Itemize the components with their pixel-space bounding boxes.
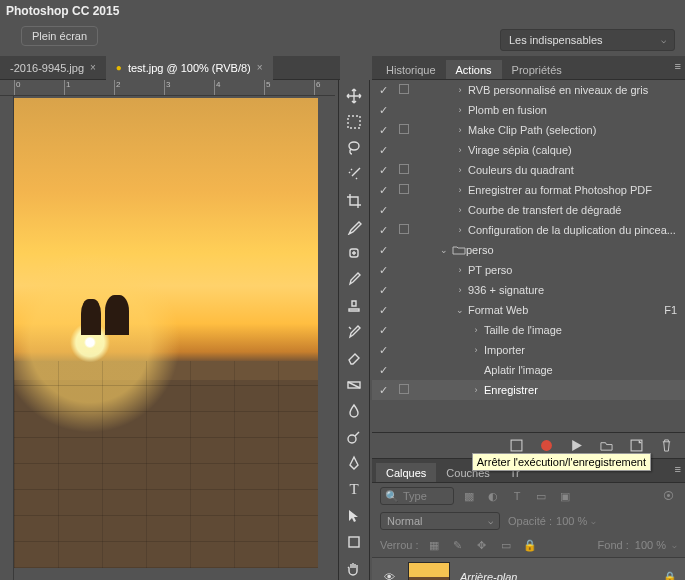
action-checkmark[interactable]: ✓ (372, 324, 394, 337)
ruler-vertical[interactable] (0, 96, 14, 580)
healing-tool-icon[interactable] (342, 242, 366, 265)
action-row[interactable]: ✓›Plomb en fusion (372, 100, 685, 120)
tab-actions[interactable]: Actions (446, 60, 502, 79)
action-row[interactable]: ✓Aplatir l'image (372, 360, 685, 380)
expand-toggle-icon[interactable]: ⌄ (452, 305, 468, 315)
expand-toggle-icon[interactable]: ⌄ (436, 245, 452, 255)
lasso-tool-icon[interactable] (342, 137, 366, 160)
expand-toggle-icon[interactable]: › (468, 325, 484, 335)
action-row[interactable]: ✓›Configuration de la duplication du pin… (372, 220, 685, 240)
layer-thumbnail[interactable] (408, 562, 450, 580)
close-icon[interactable]: × (90, 62, 96, 73)
filter-toggle[interactable]: ⦿ (659, 487, 677, 505)
lock-transparency-icon[interactable]: ▦ (425, 536, 443, 554)
action-checkmark[interactable]: ✓ (372, 384, 394, 397)
action-row[interactable]: ✓⌄Format WebF1 (372, 300, 685, 320)
gradient-tool-icon[interactable] (342, 373, 366, 396)
expand-toggle-icon[interactable]: › (452, 285, 468, 295)
action-row[interactable]: ✓⌄ perso (372, 240, 685, 260)
action-dialog-toggle[interactable] (394, 384, 414, 396)
filter-pixel-icon[interactable]: ▩ (460, 487, 478, 505)
visibility-toggle-icon[interactable]: 👁 (380, 571, 398, 580)
lock-position-icon[interactable]: ✥ (473, 536, 491, 554)
action-checkmark[interactable]: ✓ (372, 84, 394, 97)
fill-value[interactable]: 100 % (635, 539, 666, 551)
hand-tool-icon[interactable] (342, 557, 366, 580)
expand-toggle-icon[interactable]: › (452, 225, 468, 235)
action-row[interactable]: ✓›Virage sépia (calque) (372, 140, 685, 160)
action-row[interactable]: ✓›Importer (372, 340, 685, 360)
opacity-value[interactable]: 100 % (556, 515, 587, 527)
expand-toggle-icon[interactable]: › (452, 185, 468, 195)
filter-smart-icon[interactable]: ▣ (556, 487, 574, 505)
wand-tool-icon[interactable] (342, 163, 366, 186)
new-set-button[interactable] (599, 439, 613, 453)
action-row[interactable]: ✓›Enregistrer (372, 380, 685, 400)
lock-all-icon[interactable]: 🔒 (521, 536, 539, 554)
action-checkmark[interactable]: ✓ (372, 164, 394, 177)
blend-mode-dropdown[interactable]: Normal ⌵ (380, 512, 500, 530)
expand-toggle-icon[interactable]: › (468, 385, 484, 395)
move-tool-icon[interactable] (342, 84, 366, 107)
action-checkmark[interactable]: ✓ (372, 244, 394, 257)
action-row[interactable]: ✓›Taille de l'image (372, 320, 685, 340)
expand-toggle-icon[interactable]: › (452, 165, 468, 175)
filter-type-icon[interactable]: T (508, 487, 526, 505)
action-checkmark[interactable]: ✓ (372, 264, 394, 277)
action-checkmark[interactable]: ✓ (372, 224, 394, 237)
document-tab[interactable]: -2016-9945.jpg × (0, 56, 106, 80)
filter-adjust-icon[interactable]: ◐ (484, 487, 502, 505)
action-checkmark[interactable]: ✓ (372, 184, 394, 197)
action-row[interactable]: ✓›Courbe de transfert de dégradé (372, 200, 685, 220)
expand-toggle-icon[interactable]: › (468, 345, 484, 355)
action-dialog-toggle[interactable] (394, 184, 414, 196)
action-checkmark[interactable]: ✓ (372, 144, 394, 157)
stamp-tool-icon[interactable] (342, 294, 366, 317)
new-action-button[interactable] (629, 439, 643, 453)
history-brush-tool-icon[interactable] (342, 320, 366, 343)
action-checkmark[interactable]: ✓ (372, 124, 394, 137)
action-checkmark[interactable]: ✓ (372, 104, 394, 117)
expand-toggle-icon[interactable]: › (452, 125, 468, 135)
lock-icon[interactable]: 🔒 (663, 571, 677, 581)
expand-toggle-icon[interactable]: › (452, 85, 468, 95)
action-dialog-toggle[interactable] (394, 224, 414, 236)
panel-menu-icon[interactable]: ≡ (675, 463, 681, 475)
workspace-dropdown[interactable]: Les indispensables ⌵ (500, 29, 675, 51)
filter-shape-icon[interactable]: ▭ (532, 487, 550, 505)
action-dialog-toggle[interactable] (394, 84, 414, 96)
action-checkmark[interactable]: ✓ (372, 364, 394, 377)
action-row[interactable]: ✓›Enregistrer au format Photoshop PDF (372, 180, 685, 200)
marquee-tool-icon[interactable] (342, 110, 366, 133)
document-tab[interactable]: ● test.jpg @ 100% (RVB/8) × (106, 56, 273, 80)
ruler-horizontal[interactable]: 0123456 (0, 80, 335, 96)
action-checkmark[interactable]: ✓ (372, 204, 394, 217)
expand-toggle-icon[interactable]: › (452, 205, 468, 215)
action-row[interactable]: ✓›936 + signature (372, 280, 685, 300)
path-select-tool-icon[interactable] (342, 504, 366, 527)
trash-button[interactable] (659, 439, 673, 453)
expand-toggle-icon[interactable]: › (452, 265, 468, 275)
eraser-tool-icon[interactable] (342, 347, 366, 370)
tab-layers[interactable]: Calques (376, 463, 436, 482)
action-dialog-toggle[interactable] (394, 164, 414, 176)
action-dialog-toggle[interactable] (394, 124, 414, 136)
tab-history[interactable]: Historique (376, 60, 446, 79)
type-tool-icon[interactable]: T (342, 478, 366, 501)
record-button[interactable] (539, 439, 553, 453)
brush-tool-icon[interactable] (342, 268, 366, 291)
panel-menu-icon[interactable]: ≡ (675, 60, 681, 72)
document-canvas[interactable] (14, 98, 318, 568)
fullscreen-button[interactable]: Plein écran (21, 26, 98, 46)
layer-row[interactable]: 👁 Arrière-plan 🔒 (372, 557, 685, 580)
expand-toggle-icon[interactable]: › (452, 145, 468, 155)
layer-name[interactable]: Arrière-plan (460, 571, 653, 580)
stop-button[interactable] (509, 439, 523, 453)
action-row[interactable]: ✓›RVB personnalisé en niveaux de gris (372, 80, 685, 100)
close-icon[interactable]: × (257, 62, 263, 73)
action-row[interactable]: ✓›Couleurs du quadrant (372, 160, 685, 180)
action-row[interactable]: ✓›PT perso (372, 260, 685, 280)
play-button[interactable] (569, 439, 583, 453)
lock-artboard-icon[interactable]: ▭ (497, 536, 515, 554)
action-row[interactable]: ✓›Make Clip Path (selection) (372, 120, 685, 140)
